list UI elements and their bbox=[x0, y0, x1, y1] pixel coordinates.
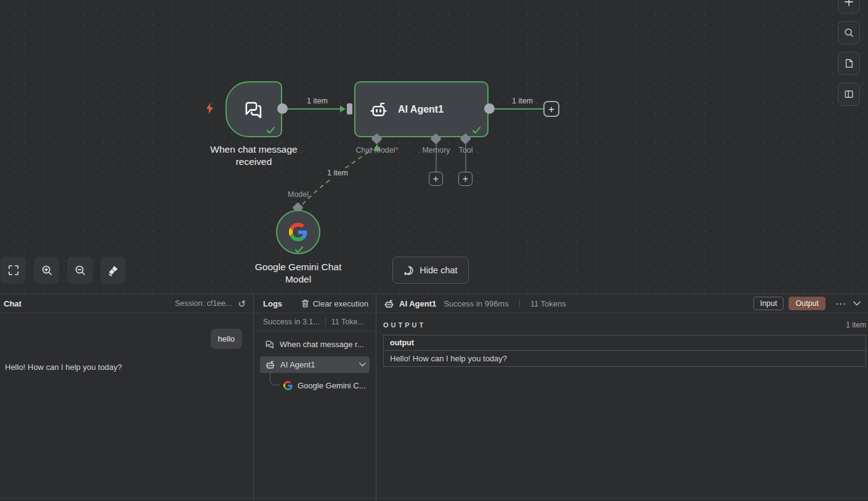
output-tokens-label: 11 Tokens bbox=[530, 299, 566, 308]
add-node-button[interactable] bbox=[838, 0, 860, 14]
collapse-panel-icon[interactable] bbox=[853, 301, 861, 306]
log-row-agent[interactable]: AI Agent1 bbox=[260, 356, 370, 373]
trash-icon bbox=[301, 299, 309, 308]
speech-bubble-icon bbox=[404, 265, 414, 276]
chat-model-port-label: Chat Model* bbox=[356, 146, 399, 154]
log-row-label: Google Gemini C... bbox=[298, 381, 366, 390]
log-row-label: AI Agent1 bbox=[280, 360, 354, 369]
chevron-down-icon[interactable] bbox=[359, 363, 366, 367]
fit-view-button[interactable] bbox=[1, 257, 26, 284]
gemini-node-title: Google Gemini Chat Model bbox=[248, 261, 349, 286]
zoom-in-button[interactable] bbox=[34, 257, 59, 284]
output-items-count: 1 item bbox=[846, 321, 866, 329]
chat-panel-header: Chat Session: cf1ee... ↺ bbox=[0, 294, 253, 313]
hide-chat-label: Hide chat bbox=[420, 265, 457, 275]
edge-items-label: 1 item bbox=[324, 168, 351, 178]
output-node-name: AI Agent1 bbox=[399, 299, 436, 308]
clear-execution-label: Clear execution bbox=[313, 299, 368, 308]
output-panel-header: AI Agent1 Success in 996ms 11 Tokens Inp… bbox=[376, 294, 868, 313]
logs-tree: When chat message r... AI Agent1 bbox=[254, 331, 376, 394]
divider bbox=[519, 299, 520, 308]
agent-input-port[interactable] bbox=[347, 103, 352, 114]
robot-icon bbox=[369, 101, 388, 118]
logs-panel-header: Logs Clear execution bbox=[254, 294, 376, 313]
chat-panel: Chat Session: cf1ee... ↺ hello Hello! Ho… bbox=[0, 294, 254, 501]
robot-icon bbox=[384, 299, 394, 308]
zoom-out-button[interactable] bbox=[67, 257, 92, 284]
session-id-label: Session: cf1ee... bbox=[175, 299, 232, 308]
trigger-output-port[interactable] bbox=[277, 103, 288, 114]
logs-status-label: Success in 3.1... bbox=[263, 318, 320, 326]
edge-items-label: 1 item bbox=[509, 96, 536, 106]
output-table-header: output bbox=[384, 335, 866, 351]
logs-summary: Success in 3.1... 11 Toke... bbox=[254, 313, 376, 331]
add-next-node-button[interactable]: + bbox=[543, 101, 559, 117]
log-row-trigger[interactable]: When chat message r... bbox=[260, 336, 370, 353]
chat-user-message: hello bbox=[211, 329, 242, 349]
memory-port-label: Memory bbox=[422, 146, 450, 154]
tree-connector bbox=[270, 372, 280, 385]
trigger-node-title: When chat message received bbox=[203, 143, 304, 168]
canvas-side-toolbar bbox=[838, 0, 860, 106]
tool-port-label: Tool bbox=[459, 146, 473, 154]
chat-message-list: hello Hello! How can I help you today? bbox=[0, 313, 253, 501]
more-options-icon[interactable]: ⋯ bbox=[835, 299, 846, 309]
google-g-logo-icon bbox=[289, 223, 307, 241]
output-body: OUTPUT 1 item output Hello! How can I he… bbox=[376, 313, 868, 367]
trigger-pin-bolt-icon bbox=[205, 102, 215, 114]
divider bbox=[325, 318, 326, 326]
output-section-label: OUTPUT bbox=[383, 321, 426, 329]
input-tab-button[interactable]: Input bbox=[753, 297, 784, 310]
logs-panel-title: Logs bbox=[263, 299, 282, 308]
tidy-up-button[interactable] bbox=[100, 257, 126, 284]
agent-node-title: AI Agent1 bbox=[398, 104, 444, 115]
logs-tokens-label: 11 Toke... bbox=[331, 318, 364, 326]
robot-icon bbox=[265, 360, 275, 369]
bottom-dock: Chat Session: cf1ee... ↺ hello Hello! Ho… bbox=[0, 294, 868, 501]
output-node-info: AI Agent1 Success in 996ms 11 Tokens bbox=[384, 299, 566, 308]
output-tab-button[interactable]: Output bbox=[789, 297, 825, 310]
node-ai-agent[interactable]: AI Agent1 bbox=[354, 81, 489, 137]
node-google-gemini-chat-model[interactable] bbox=[276, 210, 320, 254]
chat-assistant-message: Hello! How can I help you today? bbox=[5, 363, 122, 372]
chat-bubbles-icon bbox=[243, 100, 264, 119]
success-check-icon bbox=[472, 126, 481, 134]
n8n-workflow-editor: When chat message received AI Agent1 bbox=[0, 0, 868, 501]
reset-session-icon[interactable]: ↺ bbox=[238, 299, 246, 308]
output-header-controls: Input Output ⋯ bbox=[753, 297, 861, 310]
success-check-icon bbox=[294, 246, 304, 254]
output-section-row: OUTPUT 1 item bbox=[383, 321, 866, 329]
logs-panel: Logs Clear execution Success in 3.1... 1… bbox=[254, 294, 376, 501]
model-port-label: Model bbox=[288, 190, 309, 199]
search-button[interactable] bbox=[838, 21, 860, 44]
output-status-label: Success in 996ms bbox=[444, 299, 509, 308]
google-g-logo-icon bbox=[283, 381, 293, 390]
output-table-cell: Hello! How can I help you today? bbox=[384, 351, 866, 366]
clear-execution-button[interactable]: Clear execution bbox=[301, 299, 368, 308]
chat-bubbles-icon bbox=[265, 340, 275, 349]
hide-chat-button[interactable]: Hide chat bbox=[392, 257, 469, 284]
log-row-label: When chat message r... bbox=[280, 340, 364, 349]
workflow-canvas[interactable]: When chat message received AI Agent1 bbox=[0, 0, 868, 294]
add-tool-button[interactable]: + bbox=[458, 172, 473, 186]
add-memory-button[interactable]: + bbox=[429, 172, 443, 186]
chat-panel-title: Chat bbox=[4, 299, 22, 308]
canvas-toolbar bbox=[1, 257, 126, 284]
toggle-panel-button[interactable] bbox=[838, 82, 860, 106]
output-panel: AI Agent1 Success in 996ms 11 Tokens Inp… bbox=[376, 294, 868, 501]
chat-session: Session: cf1ee... ↺ bbox=[175, 299, 246, 308]
edge-items-label: 1 item bbox=[304, 96, 331, 106]
output-data-table: output Hello! How can I help you today? bbox=[383, 335, 866, 367]
sticky-note-button[interactable] bbox=[838, 52, 860, 75]
success-check-icon bbox=[266, 126, 275, 134]
node-when-chat-message-received[interactable] bbox=[225, 81, 282, 137]
agent-output-port[interactable] bbox=[484, 103, 495, 114]
